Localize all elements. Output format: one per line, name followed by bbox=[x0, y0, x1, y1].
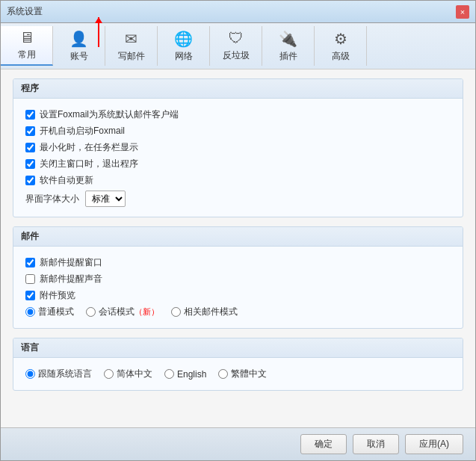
radio-normal-mode[interactable]: 普通模式 bbox=[25, 306, 74, 318]
radio-label-simplified-chinese: 简体中文 bbox=[117, 368, 152, 380]
tab-advanced[interactable]: ⚙ 高级 bbox=[315, 26, 367, 66]
radio-label-normal: 普通模式 bbox=[38, 306, 74, 318]
checkbox-auto-start[interactable] bbox=[25, 126, 35, 136]
language-section-title: 语言 bbox=[13, 338, 463, 358]
view-mode-radio-group: 普通模式 会话模式（新） 相关邮件模式 bbox=[25, 306, 451, 318]
radio-english[interactable]: English bbox=[164, 369, 206, 380]
radio-simplified-chinese[interactable]: 简体中文 bbox=[104, 368, 152, 380]
content-area: 程序 设置Foxmail为系统默认邮件客户端 开机自动启动Foxmail 最小化… bbox=[1, 69, 475, 427]
program-section-title: 程序 bbox=[13, 79, 463, 99]
checkbox-row-default-client: 设置Foxmail为系统默认邮件客户端 bbox=[25, 108, 451, 121]
language-section: 语言 跟随系统语言 简体中文 English bbox=[13, 338, 463, 391]
checkbox-row-new-mail-window: 新邮件提醒窗口 bbox=[25, 256, 451, 269]
checkbox-label-minimize-tray: 最小化时，在任务栏显示 bbox=[40, 141, 138, 154]
checkbox-row-auto-update: 软件自动更新 bbox=[25, 174, 451, 187]
radio-conversation-mode[interactable]: 会话模式（新） bbox=[86, 306, 159, 318]
radio-label-related: 相关邮件模式 bbox=[184, 306, 238, 318]
account-icon: 👤 bbox=[69, 30, 88, 48]
checkbox-row-new-mail-sound: 新邮件提醒声音 bbox=[25, 273, 451, 285]
checkbox-minimize-tray[interactable] bbox=[25, 143, 35, 152]
radio-input-normal[interactable] bbox=[25, 307, 35, 317]
checkbox-label-auto-update: 软件自动更新 bbox=[40, 174, 93, 187]
checkbox-new-mail-sound[interactable] bbox=[25, 274, 35, 284]
radio-label-english: English bbox=[177, 369, 206, 380]
titlebar: 系统设置 × bbox=[1, 1, 475, 23]
tab-advanced-label: 高级 bbox=[332, 50, 350, 63]
new-badge: （新） bbox=[135, 307, 159, 316]
tab-antispam-label: 反垃圾 bbox=[223, 49, 250, 62]
program-section-body: 设置Foxmail为系统默认邮件客户端 开机自动启动Foxmail 最小化时，在… bbox=[13, 99, 463, 217]
apply-button[interactable]: 应用(A) bbox=[405, 434, 463, 454]
radio-related-mode[interactable]: 相关邮件模式 bbox=[171, 306, 238, 318]
checkbox-attachment-preview[interactable] bbox=[25, 291, 35, 300]
radio-traditional-chinese[interactable]: 繁體中文 bbox=[218, 368, 267, 380]
checkbox-label-default-client: 设置Foxmail为系统默认邮件客户端 bbox=[40, 108, 179, 121]
radio-input-related[interactable] bbox=[171, 307, 181, 317]
network-icon: 🌐 bbox=[174, 30, 193, 48]
radio-input-traditional-chinese[interactable] bbox=[218, 369, 228, 379]
tab-antispam[interactable]: 🛡 反垃圾 bbox=[210, 26, 262, 66]
program-section: 程序 设置Foxmail为系统默认邮件客户端 开机自动启动Foxmail 最小化… bbox=[13, 78, 463, 217]
radio-label-traditional-chinese: 繁體中文 bbox=[231, 368, 267, 380]
checkbox-label-new-mail-sound: 新邮件提醒声音 bbox=[40, 273, 102, 285]
checkbox-close-exit[interactable] bbox=[25, 159, 35, 169]
radio-input-conversation[interactable] bbox=[86, 307, 96, 317]
tab-general-label: 常用 bbox=[18, 49, 36, 61]
general-icon: 🖥 bbox=[19, 29, 34, 46]
cancel-button[interactable]: 取消 bbox=[353, 434, 399, 454]
radio-input-simplified-chinese[interactable] bbox=[104, 369, 114, 379]
plugin-icon: 🔌 bbox=[279, 30, 297, 48]
checkbox-auto-update[interactable] bbox=[25, 176, 35, 185]
radio-label-conversation: 会话模式（新） bbox=[99, 306, 159, 318]
font-size-select[interactable]: 小 标准 大 bbox=[85, 191, 126, 207]
checkbox-row-attachment-preview: 附件预览 bbox=[25, 289, 451, 302]
tab-network-label: 网络 bbox=[175, 50, 193, 63]
tab-general[interactable]: 🖥 常用 bbox=[1, 26, 53, 66]
tab-plugin[interactable]: 🔌 插件 bbox=[262, 26, 315, 66]
checkbox-label-attachment-preview: 附件预览 bbox=[40, 289, 75, 302]
tab-plugin-label: 插件 bbox=[279, 50, 297, 63]
checkbox-label-auto-start: 开机自动启动Foxmail bbox=[40, 125, 125, 137]
red-arrow-annotation bbox=[98, 17, 99, 47]
radio-label-follow-system: 跟随系统语言 bbox=[38, 368, 92, 380]
tab-compose[interactable]: ✉ 写邮件 bbox=[105, 26, 158, 66]
advanced-icon: ⚙ bbox=[334, 30, 347, 48]
tab-account-label: 账号 bbox=[70, 50, 88, 63]
radio-input-english[interactable] bbox=[164, 369, 174, 379]
confirm-button[interactable]: 确定 bbox=[300, 434, 347, 454]
antispam-icon: 🛡 bbox=[229, 30, 244, 47]
checkbox-label-close-exit: 关闭主窗口时，退出程序 bbox=[40, 158, 138, 170]
toolbar: 🖥 常用 👤 账号 ✉ 写邮件 🌐 网络 🛡 反垃圾 🔌 插件 ⚙ 高级 bbox=[1, 23, 475, 69]
checkbox-label-new-mail-window: 新邮件提醒窗口 bbox=[40, 256, 102, 269]
close-button[interactable]: × bbox=[456, 5, 469, 19]
mail-section: 邮件 新邮件提醒窗口 新邮件提醒声音 附件预览 普通模式 bbox=[13, 226, 463, 329]
checkbox-row-close-exit: 关闭主窗口时，退出程序 bbox=[25, 158, 451, 170]
checkbox-row-auto-start: 开机自动启动Foxmail bbox=[25, 125, 451, 137]
language-radio-group: 跟随系统语言 简体中文 English 繁體中文 bbox=[25, 368, 451, 380]
window-title: 系统设置 bbox=[7, 5, 43, 18]
footer: 确定 取消 应用(A) bbox=[1, 427, 475, 460]
checkbox-new-mail-window[interactable] bbox=[25, 258, 35, 267]
checkbox-row-minimize-tray: 最小化时，在任务栏显示 bbox=[25, 141, 451, 154]
font-size-row: 界面字体大小 小 标准 大 bbox=[25, 191, 451, 207]
tab-compose-label: 写邮件 bbox=[118, 50, 145, 63]
mail-section-title: 邮件 bbox=[13, 227, 463, 247]
tab-network[interactable]: 🌐 网络 bbox=[158, 26, 210, 66]
system-settings-window: 系统设置 × 🖥 常用 👤 账号 ✉ 写邮件 🌐 网络 🛡 反垃圾 🔌 插件 bbox=[0, 0, 476, 461]
compose-icon: ✉ bbox=[125, 30, 137, 48]
radio-input-follow-system[interactable] bbox=[25, 369, 35, 379]
radio-follow-system[interactable]: 跟随系统语言 bbox=[25, 368, 92, 380]
checkbox-default-client[interactable] bbox=[25, 110, 35, 120]
mail-section-body: 新邮件提醒窗口 新邮件提醒声音 附件预览 普通模式 bbox=[13, 247, 463, 328]
font-size-label: 界面字体大小 bbox=[25, 193, 79, 205]
language-section-body: 跟随系统语言 简体中文 English 繁體中文 bbox=[13, 358, 463, 390]
